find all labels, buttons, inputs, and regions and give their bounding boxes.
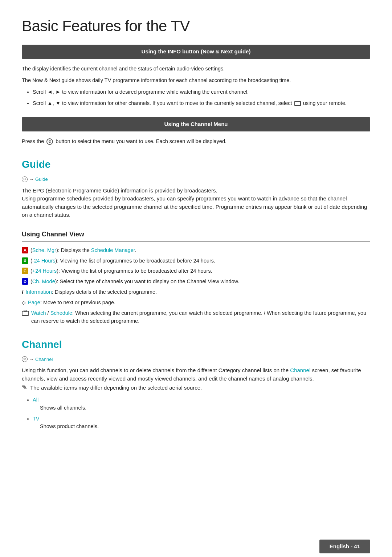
page-container: Basic Features for the TV Using the INFO… (0, 0, 392, 470)
guide-menu-link: Guide (35, 176, 48, 183)
channel-para1: Using this function, you can add channel… (22, 366, 370, 383)
channel-view-section: Using Channel View A (Sche. Mgr): Displa… (22, 229, 370, 325)
tv-link: TV (33, 416, 40, 422)
channel-view-item-a: A (Sche. Mgr): Displays the Schedule Man… (22, 247, 370, 255)
guide-para1: The EPG (Electronic Programme Guide) inf… (22, 187, 370, 195)
menu-button-icon: ⊙ (46, 138, 53, 145)
guide-para2: Using programme schedules provided by br… (22, 195, 370, 219)
sche-mgr-link: Sche. Mgr (32, 247, 56, 253)
channel-inline-link: Channel (290, 367, 310, 373)
channel-menu-section: Using the Channel Menu Press the ⊙ butto… (22, 117, 370, 145)
info-button-section: Using the INFO button (Now & Next guide)… (22, 45, 370, 107)
diamond-icon: ◇ (22, 299, 26, 306)
svg-rect-1 (24, 310, 27, 312)
btn-c-badge: C (22, 268, 28, 274)
btn-d-badge: D (22, 278, 28, 285)
channel-bullet-list: All Shows all channels. TV Shows product… (33, 396, 370, 431)
channel-arrow: → (29, 356, 34, 363)
tv-desc: Shows product channels. (40, 423, 370, 431)
btn-b-badge: B (22, 257, 28, 264)
channel-tv-item: TV Shows product channels. (33, 415, 370, 431)
ch-mode-link: Ch. Mode (32, 278, 55, 284)
channel-view-item-info: i Information: Displays details of the s… (22, 288, 370, 297)
info-para1: The display identifies the current chann… (22, 65, 370, 73)
info-bullet-list: Scroll ◄, ► to view information for a de… (33, 88, 370, 107)
watch-schedule-icon (22, 310, 29, 318)
plus24-link: +24 Hours (32, 268, 57, 274)
footer-badge: English - 41 (319, 540, 370, 554)
channel-title: Channel (22, 337, 370, 352)
info-button-header: Using the INFO button (Now & Next guide) (22, 45, 370, 59)
information-link: Information (25, 289, 52, 295)
all-desc: Shows all channels. (40, 404, 370, 412)
channel-section: Channel ⊙ → Channel Using this function,… (22, 337, 370, 431)
guide-menu-path: ⊙ → Guide (22, 176, 370, 183)
channel-view-item-b: B (-24 Hours): Viewing the list of progr… (22, 257, 370, 265)
channel-view-subtitle: Using Channel View (22, 229, 370, 241)
channel-note: ✎ The available items may differ dependi… (22, 383, 370, 393)
channel-view-item-d: D (Ch. Mode): Select the type of channel… (22, 278, 370, 286)
page-title: Basic Features for the TV (22, 15, 370, 37)
guide-title: Guide (22, 157, 370, 172)
channel-view-item-c: C (+24 Hours): Viewing the list of progr… (22, 267, 370, 275)
channel-menu-para: Press the ⊙ button to select the menu yo… (22, 137, 370, 145)
note-symbol: ✎ (22, 384, 27, 391)
guide-menu-icon: ⊙ (22, 176, 28, 182)
channel-menu-link: Channel (35, 356, 53, 363)
channel-menu-icon: ⊙ (22, 356, 28, 362)
schedule-link: Schedule (50, 310, 72, 316)
page-link: Page (28, 300, 40, 305)
svg-rect-0 (22, 311, 29, 316)
watch-icon-svg (22, 310, 29, 316)
schedule-manager-link: Schedule Manager (91, 247, 135, 253)
info-bullet1: Scroll ◄, ► to view information for a de… (33, 88, 370, 96)
footer-bar: English - 41 (0, 536, 392, 557)
info-italic-icon: i (22, 288, 23, 297)
info-para2: The Now & Next guide shows daily TV prog… (22, 76, 370, 84)
channel-view-item-watch: Watch / Schedule: When selecting the cur… (22, 309, 370, 325)
channel-menu-header: Using the Channel Menu (22, 117, 370, 131)
minus24-link: -24 Hours (32, 258, 56, 264)
channel-all-item: All Shows all channels. (33, 396, 370, 412)
guide-section: Guide ⊙ → Guide The EPG (Electronic Prog… (22, 157, 370, 219)
channel-view-list: A (Sche. Mgr): Displays the Schedule Man… (22, 247, 370, 325)
guide-menu-arrow: → (29, 176, 34, 183)
channel-menu-path: ⊙ → Channel (22, 356, 370, 363)
btn-a-badge: A (22, 247, 28, 253)
all-link: All (33, 397, 38, 403)
select-icon (294, 101, 301, 106)
watch-link: Watch (31, 310, 46, 316)
channel-view-item-page: ◇ Page: Move to next or previous page. (22, 299, 370, 307)
info-bullet2: Scroll ▲, ▼ to view information for othe… (33, 99, 370, 107)
